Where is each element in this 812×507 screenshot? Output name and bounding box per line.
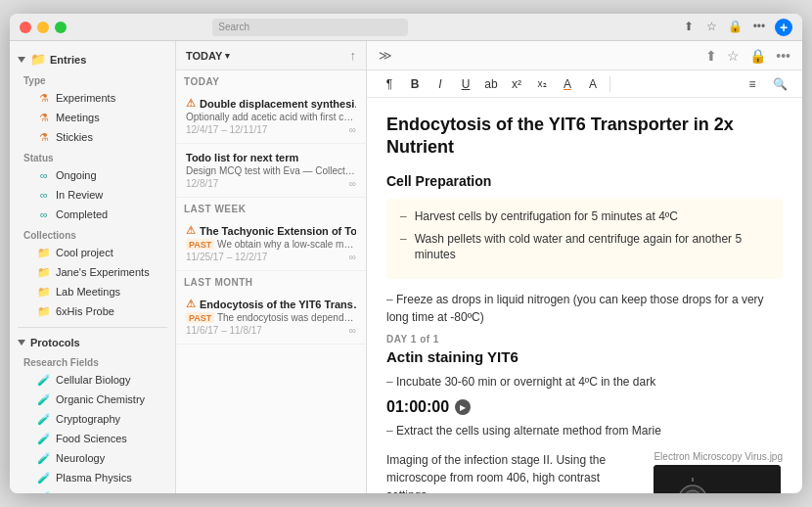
more-icon[interactable]: ••• — [751, 19, 767, 34]
political-science-icon: 🧪 — [37, 490, 51, 493]
toolbar-color[interactable]: A — [557, 73, 578, 95]
entry-tachyonic[interactable]: ⚠ The Tachyonic Extension of To… PAST We… — [176, 216, 366, 271]
sidebar-item-political-science[interactable]: 🧪 Political Science — [14, 487, 171, 493]
toolbar-superscript[interactable]: x² — [506, 73, 527, 95]
app-window: Search ⬆ ☆ 🔒 ••• + 📁 Entries Type ⚗ Expe… — [10, 14, 802, 493]
virus-svg — [654, 465, 781, 493]
sidebar-item-completed[interactable]: ∞ Completed — [14, 205, 171, 224]
toolbar-subscript[interactable]: x₂ — [531, 73, 553, 95]
infinity-icon: ∞ — [349, 178, 356, 189]
meetings-icon: ⚗ — [37, 111, 51, 124]
past-badge: PAST — [186, 312, 214, 323]
share-icon[interactable]: ⬆ — [705, 48, 717, 64]
sidebar-item-plasma-physics[interactable]: 🧪 Plasma Physics — [14, 468, 171, 487]
middle-panel-header: TODAY ▾ ↑ — [176, 41, 366, 70]
entries-chevron — [18, 57, 25, 63]
sidebar-item-cryptography[interactable]: 🧪 Cryptography — [14, 409, 171, 429]
toolbar-italic[interactable]: I — [429, 73, 451, 95]
search-bar[interactable]: Search — [212, 19, 408, 36]
entry-subtitle: Design MCQ test with Eva — Collect binde… — [186, 165, 356, 176]
main-layout: 📁 Entries Type ⚗ Experiments ⚗ Meetings … — [10, 41, 802, 493]
inreview-label: In Review — [56, 189, 103, 201]
day-label: DAY 1 of 1 — [386, 334, 783, 345]
middle-panel-title[interactable]: TODAY ▾ — [186, 50, 230, 62]
toolbar-strikethrough[interactable]: ab — [480, 73, 502, 95]
sidebar-item-neurology[interactable]: 🧪 Neurology — [14, 448, 171, 468]
ongoing-label: Ongoing — [56, 169, 97, 181]
toolbar-separator — [609, 76, 610, 92]
actin-title: Actin staining YIT6 — [386, 348, 783, 365]
protocols-chevron — [18, 340, 25, 346]
virus-image — [654, 465, 781, 493]
lab-meetings-label: Lab Meetings — [56, 286, 120, 298]
sidebar-entries-header[interactable]: 📁 Entries — [10, 49, 175, 69]
sidebar-item-meetings[interactable]: ⚗ Meetings — [14, 108, 171, 127]
toolbar-underline[interactable]: U — [455, 73, 476, 95]
svg-rect-0 — [654, 465, 781, 493]
lock-icon[interactable]: 🔒 — [749, 48, 766, 64]
star-icon[interactable]: ☆ — [727, 48, 740, 64]
cryptography-label: Cryptography — [56, 413, 120, 425]
political-science-label: Political Science — [56, 491, 134, 493]
titlebar: Search ⬆ ☆ 🔒 ••• + — [10, 14, 802, 41]
middle-panel: TODAY ▾ ↑ TODAY ⚠ Double displacement sy… — [176, 41, 367, 493]
sidebar-item-experiments[interactable]: ⚗ Experiments — [14, 88, 171, 108]
meetings-label: Meetings — [56, 112, 100, 123]
close-button[interactable] — [20, 22, 31, 33]
toolbar-paragraph[interactable]: ¶ — [379, 73, 400, 95]
fullscreen-button[interactable] — [55, 22, 67, 33]
entry-endocytosis[interactable]: ⚠ Endocytosis of the YIT6 Trans… PAST Th… — [176, 290, 366, 345]
sidebar-divider — [18, 327, 167, 328]
sidebar-item-organic-chemistry[interactable]: 🧪 Organic Chemistry — [14, 390, 171, 409]
6xhis-probe-label: 6xHis Probe — [56, 305, 114, 317]
sidebar-item-lab-meetings[interactable]: 📁 Lab Meetings — [14, 282, 171, 301]
research-label: Research Fields — [10, 351, 175, 370]
dropdown-chevron: ▾ — [225, 51, 230, 61]
expand-icon[interactable]: ≫ — [379, 48, 392, 63]
bookmark-icon[interactable]: ☆ — [704, 19, 720, 34]
status-label: Status — [10, 147, 175, 165]
add-button[interactable]: + — [775, 19, 792, 36]
sidebar-item-cellular-biology[interactable]: 🧪 Cellular Biology — [14, 370, 171, 390]
sidebar-item-cool-project[interactable]: 📁 Cool project — [14, 243, 171, 262]
share-icon[interactable]: ⬆ — [681, 19, 697, 34]
image-filename: Electron Microscopy Virus.jpg — [654, 451, 783, 462]
entry-double-displacement[interactable]: ⚠ Double displacement synthesi… Optional… — [176, 89, 366, 144]
toolbar-menu-icon[interactable]: ≡ — [742, 73, 763, 95]
stickies-label: Stickies — [56, 131, 93, 143]
infinity-icon: ∞ — [349, 325, 356, 336]
sidebar-item-inreview[interactable]: ∞ In Review — [14, 185, 171, 205]
lab-meetings-icon: 📁 — [37, 285, 51, 299]
sidebar-item-ongoing[interactable]: ∞ Ongoing — [14, 165, 171, 185]
toolbar-search-icon[interactable]: 🔍 — [769, 73, 790, 95]
toolbar-highlight[interactable]: A — [582, 73, 604, 95]
right-panel-header: ≫ ⬆ ☆ 🔒 ••• — [367, 41, 802, 70]
play-button[interactable]: ▶ — [455, 399, 471, 415]
ongoing-icon: ∞ — [37, 168, 51, 182]
sidebar-item-food-sciences[interactable]: 🧪 Food Sciences — [14, 429, 171, 448]
titlebar-icons: ⬆ ☆ 🔒 ••• + — [681, 19, 792, 36]
food-sciences-label: Food Sciences — [56, 433, 127, 444]
entry-todo[interactable]: Todo list for next term Design MCQ test … — [176, 144, 366, 198]
toolbar-bold[interactable]: B — [404, 73, 426, 95]
minimize-button[interactable] — [37, 22, 49, 33]
note-bullet-extract: – Extract the cells using alternate meth… — [386, 422, 783, 439]
entry-subtitle: Optionally add acetic acid with first co… — [186, 112, 356, 122]
right-panel-icons: ≫ — [379, 48, 392, 63]
sidebar-item-janes-experiments[interactable]: 📁 Jane's Experiments — [14, 262, 171, 282]
search-placeholder: Search — [218, 22, 249, 32]
entry-date: 11/6/17 – 11/8/17 — [186, 325, 262, 336]
right-panel-toolbar: ¶ B I U ab x² x₂ A A ≡ 🔍 — [367, 70, 802, 98]
sort-icon[interactable]: ↑ — [350, 48, 357, 63]
sidebar-item-stickies[interactable]: ⚗ Stickies — [14, 127, 171, 147]
sidebar-item-6xhis-probe[interactable]: 📁 6xHis Probe — [14, 301, 171, 321]
lock-icon[interactable]: 🔒 — [728, 19, 744, 34]
cellular-biology-label: Cellular Biology — [56, 374, 130, 386]
note-content: Endocytosis of the YIT6 Transporter in 2… — [367, 98, 802, 493]
more-options-icon[interactable]: ••• — [776, 48, 790, 64]
sidebar-protocols-header[interactable]: Protocols — [10, 334, 175, 351]
note-section-cell: Cell Preparation — [386, 173, 783, 189]
organic-chemistry-label: Organic Chemistry — [56, 393, 145, 405]
6xhis-probe-icon: 📁 — [37, 304, 51, 318]
protocols-label: Protocols — [30, 337, 80, 348]
